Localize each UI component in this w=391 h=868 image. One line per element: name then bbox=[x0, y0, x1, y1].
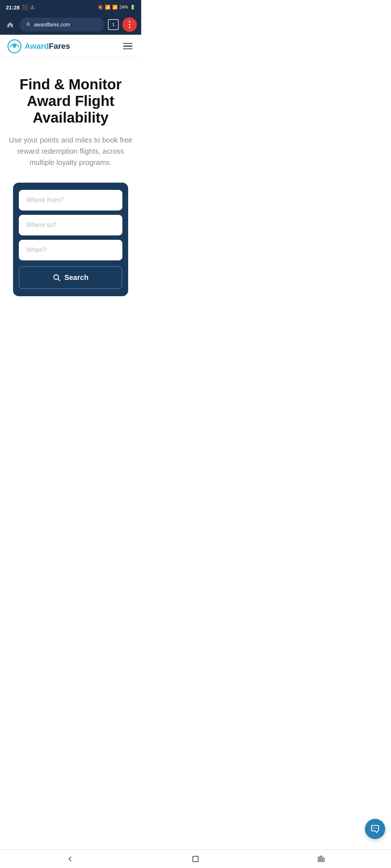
hamburger-line-2 bbox=[123, 46, 133, 47]
battery-text: 24% bbox=[119, 5, 128, 10]
browser-url-bar[interactable]: awardfares.com bbox=[20, 18, 104, 31]
mute-icon: 🔇 bbox=[98, 5, 103, 10]
status-left: 21:28 ⬛ ⚠ bbox=[6, 4, 35, 10]
browser-tab-button[interactable]: 1 bbox=[108, 19, 119, 30]
url-text: awardfares.com bbox=[34, 22, 70, 27]
page-content: AwardFares Find & Monitor Award Flight A… bbox=[0, 35, 141, 329]
browser-bar: awardfares.com 1 bbox=[0, 14, 141, 35]
logo-award: Award bbox=[25, 42, 49, 51]
hero-subtitle: Use your points and miles to book free r… bbox=[9, 135, 133, 168]
menu-dot-3 bbox=[129, 27, 130, 28]
hero-section: Find & Monitor Award Flight Availability… bbox=[0, 58, 141, 307]
svg-point-3 bbox=[13, 45, 16, 48]
search-button-label: Search bbox=[64, 273, 89, 282]
search-icon bbox=[53, 274, 61, 282]
where-from-input[interactable] bbox=[19, 190, 122, 210]
status-bar: 21:28 ⬛ ⚠ 🔇 📶 📶 24% 🔋 bbox=[0, 0, 141, 14]
hero-title: Find & Monitor Award Flight Availability bbox=[9, 76, 133, 126]
hamburger-button[interactable] bbox=[122, 42, 134, 51]
browser-home-button[interactable] bbox=[4, 19, 16, 30]
where-to-input[interactable] bbox=[19, 215, 122, 235]
logo[interactable]: AwardFares bbox=[7, 39, 70, 54]
bottom-nav bbox=[0, 849, 141, 868]
wifi-icon: 📶 bbox=[105, 5, 110, 10]
status-warning-icon: ⚠ bbox=[30, 4, 35, 10]
menu-dot-2 bbox=[129, 24, 130, 25]
search-button[interactable]: Search bbox=[19, 266, 122, 289]
status-time: 21:28 bbox=[6, 4, 20, 10]
logo-text: AwardFares bbox=[25, 42, 70, 51]
menu-dot-1 bbox=[129, 21, 130, 22]
status-recording-icon: ⬛ bbox=[22, 4, 28, 10]
logo-icon bbox=[7, 39, 22, 54]
search-container: Search bbox=[13, 183, 128, 296]
svg-line-5 bbox=[58, 279, 60, 281]
site-nav: AwardFares bbox=[0, 35, 141, 58]
logo-fares: Fares bbox=[49, 42, 70, 51]
hamburger-line-1 bbox=[123, 43, 133, 44]
hamburger-line-3 bbox=[123, 48, 133, 50]
back-button[interactable] bbox=[55, 851, 85, 867]
security-icon bbox=[25, 21, 31, 28]
battery-icon: 🔋 bbox=[130, 5, 135, 10]
when-input[interactable] bbox=[19, 240, 122, 260]
browser-menu-button[interactable] bbox=[122, 17, 137, 32]
signal-icon: 📶 bbox=[112, 5, 118, 10]
status-right: 🔇 📶 📶 24% 🔋 bbox=[98, 5, 135, 10]
